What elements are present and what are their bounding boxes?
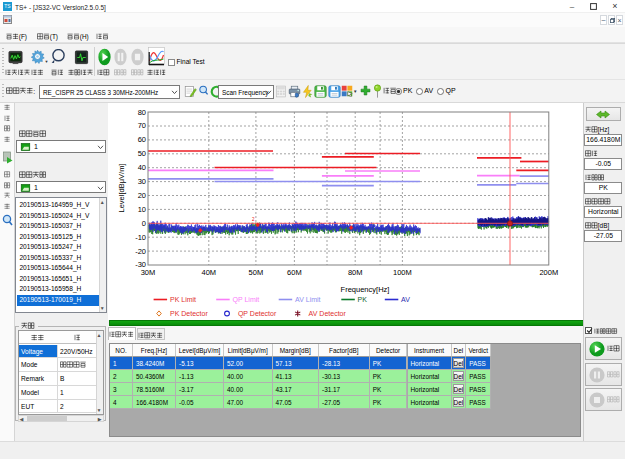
svg-text:40M: 40M — [202, 268, 217, 277]
svg-text:[Hz]: [Hz] — [597, 126, 609, 134]
svg-text:0: 0 — [142, 219, 146, 228]
svg-text:30: 30 — [138, 177, 146, 186]
svg-text:PK Limit: PK Limit — [170, 296, 196, 303]
svg-text:AV Detector: AV Detector — [309, 310, 347, 317]
svg-text:[dB]: [dB] — [597, 222, 609, 230]
svg-text:60M: 60M — [287, 268, 302, 277]
svg-text:30M: 30M — [141, 268, 156, 277]
svg-text:50M: 50M — [249, 268, 264, 277]
svg-text:(T): (T) — [50, 33, 58, 41]
svg-text:200M: 200M — [539, 268, 558, 277]
svg-text:-10: -10 — [135, 233, 146, 242]
svg-text:(F): (F) — [19, 33, 27, 41]
svg-text:50: 50 — [138, 149, 146, 158]
svg-text:(H): (H) — [80, 33, 89, 41]
svg-text:Level[dBμV/m]: Level[dBμV/m] — [117, 164, 126, 213]
svg-text:AV: AV — [401, 296, 410, 303]
svg-text:60: 60 — [138, 135, 146, 144]
svg-text:80M: 80M — [348, 268, 363, 277]
svg-text:70: 70 — [138, 121, 146, 130]
svg-text:AV Limit: AV Limit — [295, 296, 321, 303]
svg-text:10: 10 — [138, 205, 146, 214]
svg-text:QP Limit: QP Limit — [233, 296, 260, 304]
svg-text:100M: 100M — [393, 268, 412, 277]
svg-text:-20: -20 — [135, 247, 146, 256]
svg-text:Frequency[Hz]: Frequency[Hz] — [341, 285, 390, 294]
svg-text:QP Detector: QP Detector — [238, 310, 277, 318]
svg-text:80: 80 — [138, 108, 146, 117]
svg-text:40: 40 — [138, 163, 146, 172]
svg-text:20: 20 — [138, 191, 146, 200]
svg-text::: : — [33, 88, 35, 95]
svg-text:PK: PK — [358, 296, 368, 303]
svg-text:PK Detector: PK Detector — [170, 310, 208, 317]
